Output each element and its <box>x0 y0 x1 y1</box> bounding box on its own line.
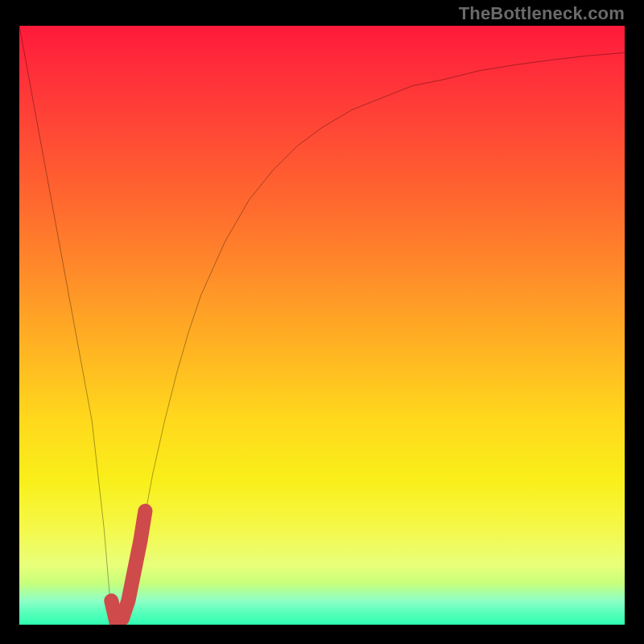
watermark-text: TheBottleneck.com <box>459 3 625 24</box>
bottleneck-curve <box>19 26 625 625</box>
curve-layer <box>19 26 625 625</box>
plot-area <box>19 26 625 625</box>
highlighted-segment <box>111 511 145 622</box>
chart-frame: TheBottleneck.com <box>0 0 644 644</box>
